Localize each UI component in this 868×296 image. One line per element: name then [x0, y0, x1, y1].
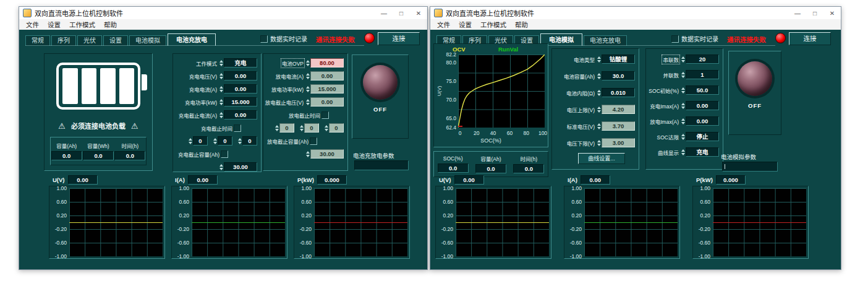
i-readout: 0.00	[188, 175, 218, 185]
menu-work-mode[interactable]: 工作模式	[65, 20, 100, 29]
minimize-icon[interactable]: —	[789, 7, 806, 19]
spinner-icon[interactable]	[680, 117, 686, 125]
spinner-icon[interactable]	[305, 85, 310, 93]
spinner-icon[interactable]	[596, 139, 602, 147]
charge-time-hours[interactable]: 0	[193, 136, 208, 146]
connect-button[interactable]: 连接	[789, 32, 831, 45]
menu-help[interactable]: 帮助	[100, 20, 121, 29]
charge-cutoff-current-value[interactable]: 0.00	[224, 110, 257, 120]
menu-file[interactable]: 文件	[22, 20, 43, 29]
tab-pv[interactable]: 光伏	[77, 35, 102, 46]
spinner-icon[interactable]	[680, 86, 686, 94]
tab-normal[interactable]: 常规	[25, 35, 50, 46]
spinner-icon[interactable]	[305, 59, 310, 67]
spinner-icon[interactable]	[305, 98, 310, 106]
spinner-icon[interactable]	[218, 163, 224, 171]
y-axis-ticks: 1.000.600.20-0.20-0.60-1.00	[174, 188, 192, 256]
sim-params-label: 电池模拟参数	[721, 152, 756, 161]
comm-fail-text: 通讯连接失败	[727, 35, 766, 44]
curve-display-value[interactable]: 充电	[686, 147, 719, 157]
spinner-icon[interactable]	[305, 150, 310, 158]
parallel-count-value[interactable]: 1	[686, 70, 719, 79]
menu-work-mode[interactable]: 工作模式	[476, 20, 511, 29]
tab-battery-charge[interactable]: 电池充放电	[168, 33, 216, 46]
close-icon[interactable]: ✕	[410, 7, 427, 19]
plot-area	[584, 188, 678, 256]
spinner-icon[interactable]	[305, 72, 310, 80]
charge-voltage-value[interactable]: 0.00	[224, 71, 257, 81]
spinner-icon[interactable]	[237, 137, 242, 145]
graph-ytick: 1.00	[179, 185, 189, 191]
discharge-cutoff-capacity-checkbox[interactable]	[310, 137, 317, 145]
spinner-icon[interactable]	[596, 105, 602, 113]
spinner-icon[interactable]	[596, 122, 602, 130]
battery-capacity-value[interactable]: 30.0	[602, 71, 635, 81]
maximize-icon[interactable]: □	[806, 7, 823, 19]
soc-limit-action-value[interactable]: 停止	[686, 132, 719, 141]
spinner-icon[interactable]	[218, 98, 224, 106]
battery-type-value[interactable]: 钴酸锂	[602, 54, 635, 64]
spinner-icon[interactable]	[680, 71, 686, 79]
battery-ovp-value[interactable]: 80.00	[310, 58, 344, 67]
spinner-icon[interactable]	[212, 137, 218, 145]
menu-settings[interactable]: 设置	[454, 20, 476, 29]
spinner-icon[interactable]	[680, 102, 686, 110]
spinner-icon[interactable]	[274, 124, 279, 132]
charge-time-minutes[interactable]: 0	[218, 136, 232, 146]
current-graph: I(A)0.00 1.000.600.20-0.20-0.60-1.00	[171, 176, 287, 259]
spinner-icon[interactable]	[596, 72, 602, 80]
charge-cutoff-capacity-value[interactable]: 30.00	[224, 162, 257, 172]
y-axis-ticks: 1.000.600.20-0.20-0.60-1.00	[438, 188, 456, 256]
record-checkbox[interactable]	[671, 35, 679, 43]
tab-battery-sim[interactable]: 电池模拟	[129, 35, 166, 46]
spinner-icon[interactable]	[299, 124, 304, 132]
spinner-icon[interactable]	[187, 137, 193, 145]
charge-params-field[interactable]	[354, 160, 409, 170]
menu-file[interactable]: 文件	[433, 20, 454, 29]
tab-settings[interactable]: 设置	[103, 35, 128, 46]
spinner-icon[interactable]	[596, 89, 602, 97]
spinner-icon[interactable]	[218, 111, 224, 119]
sim-params-field[interactable]	[722, 162, 778, 172]
charge-power-value[interactable]: 15.000	[224, 97, 257, 107]
charge-imax-value[interactable]: 0.00	[686, 101, 719, 110]
charge-cutoff-capacity-checkbox[interactable]	[221, 150, 228, 158]
spinner-icon[interactable]	[680, 55, 686, 63]
power-button[interactable]	[363, 65, 398, 100]
discharge-cutoff-time-checkbox[interactable]	[321, 111, 329, 119]
menu-help[interactable]: 帮助	[511, 20, 532, 29]
power-graph: P(kW)0.000 1.000.600.20-0.20-0.60-1.00	[294, 176, 410, 259]
record-checkbox[interactable]	[260, 35, 268, 43]
spinner-icon[interactable]	[218, 85, 224, 93]
ocv-plot-area	[458, 54, 545, 128]
menu-settings[interactable]: 设置	[43, 20, 65, 29]
spinner-icon[interactable]	[218, 59, 224, 67]
spinner-icon[interactable]	[680, 133, 686, 141]
graph-ytick: -1.00	[55, 253, 67, 259]
power-button[interactable]	[738, 61, 772, 96]
curve-settings-button[interactable]: 曲线设置...	[578, 153, 625, 164]
battery-resistance-value[interactable]: 0.010	[602, 88, 635, 97]
soc-initial-value[interactable]: 50.0	[686, 85, 719, 95]
plot-area	[713, 188, 806, 256]
discharge-imax-value[interactable]: 0.00	[686, 116, 719, 126]
spinner-icon[interactable]	[218, 72, 224, 80]
ocv-curve	[458, 54, 545, 128]
tab-sequence[interactable]: 序列	[51, 35, 76, 46]
capacity-wh-label: 容量(Wh)	[87, 142, 109, 149]
charge-time-seconds[interactable]: 0	[242, 136, 257, 146]
maximize-icon[interactable]: □	[393, 7, 410, 19]
connect-button[interactable]: 连接	[378, 32, 420, 45]
spinner-icon[interactable]	[596, 55, 602, 63]
spinner-icon[interactable]	[323, 124, 329, 132]
charge-cutoff-time-checkbox[interactable]	[234, 124, 241, 132]
series-count-value[interactable]: 20	[686, 54, 719, 64]
window-title: 双向直流电源上位机控制软件	[446, 8, 789, 18]
close-icon[interactable]: ✕	[823, 7, 841, 19]
spinner-icon[interactable]	[680, 148, 686, 156]
tab-battery-charge[interactable]: 电池充放电	[584, 35, 627, 46]
minimize-icon[interactable]: —	[375, 7, 393, 19]
work-mode-value[interactable]: 充电	[224, 58, 257, 67]
current-trace	[192, 222, 285, 223]
charge-current-value[interactable]: 0.00	[224, 84, 257, 94]
